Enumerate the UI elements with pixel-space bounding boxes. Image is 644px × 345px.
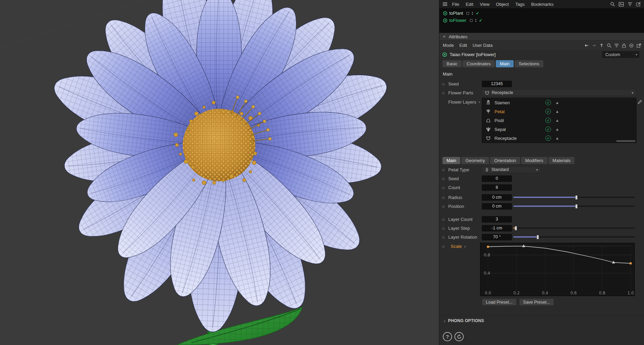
filter-icon[interactable]: [614, 43, 619, 48]
layer-row-petal[interactable]: Petal ✓ ▲: [482, 107, 636, 116]
menu-file[interactable]: File: [452, 2, 459, 7]
layer-rotation-slider[interactable]: [513, 234, 635, 240]
layer-step-field[interactable]: -1 cm: [482, 225, 512, 231]
preset-dropdown[interactable]: Custom ▾: [602, 51, 639, 58]
param-diamond-icon: ◇: [442, 196, 448, 199]
position-slider[interactable]: [513, 203, 635, 209]
subtab-modifiers[interactable]: Modifiers: [521, 157, 548, 164]
help-icon[interactable]: ?: [443, 332, 452, 341]
tab-basic[interactable]: Basic: [442, 60, 462, 67]
tab-main[interactable]: Main: [496, 60, 514, 67]
load-preset-button[interactable]: Load Preset...: [482, 298, 517, 306]
layer-chip-icon[interactable]: [466, 12, 469, 15]
flower-parts-row: ◇ Flower Parts Receptacle ▾: [439, 88, 644, 97]
subtab-main[interactable]: Main: [442, 157, 460, 164]
chevron-down-icon[interactable]: ▾: [634, 52, 639, 57]
layer-enabled-icon[interactable]: ✓: [545, 109, 551, 114]
slider-knob[interactable]: [515, 226, 517, 230]
receptacle-icon: [485, 90, 490, 95]
viewport-3d[interactable]: [0, 0, 439, 345]
pistil-icon: [486, 118, 494, 123]
menu-user-data[interactable]: User Data: [473, 43, 493, 48]
layer-enabled-icon[interactable]: ✓: [545, 135, 551, 141]
scale-label: Scale: [451, 244, 462, 249]
subtab-orientation[interactable]: Orientation: [490, 157, 520, 164]
radius-slider[interactable]: [513, 195, 635, 200]
position-field[interactable]: 0 cm: [482, 203, 512, 210]
edit-icon[interactable]: [637, 99, 642, 104]
param-diamond-icon: ◇: [442, 82, 448, 86]
slider-knob[interactable]: [575, 204, 578, 209]
back-arrow-icon[interactable]: [584, 43, 589, 48]
horizontal-scrollbar[interactable]: [616, 140, 635, 142]
flower-layers-list[interactable]: Stamen ✓ ▲ Petal ✓ ▲ Pistil ✓ ▲: [482, 98, 636, 143]
enabled-check-icon[interactable]: ✓: [476, 11, 479, 16]
seed-field[interactable]: 12345: [482, 81, 512, 87]
slider-knob[interactable]: [537, 235, 539, 239]
layer-count-field[interactable]: 3: [482, 216, 512, 223]
slider-knob[interactable]: [575, 195, 578, 200]
radius-field[interactable]: 0 cm: [482, 194, 512, 201]
layer-row-receptacle[interactable]: Receptacle ✓ ▲: [482, 134, 636, 143]
save-preset-button[interactable]: Save Preset...: [519, 298, 554, 306]
object-row-toplant[interactable]: toPlant ✓: [439, 10, 644, 17]
object-row-toflower[interactable]: toFlower ✓: [439, 17, 644, 24]
flower-parts-dropdown[interactable]: Receptacle ▾: [482, 89, 636, 96]
layer-enabled-icon[interactable]: ✓: [545, 100, 551, 105]
object-name[interactable]: toFlower: [449, 18, 466, 23]
layer-row-sepal[interactable]: Sepal ✓ ▲: [482, 125, 636, 134]
shading-triangle-icon[interactable]: ▲: [555, 118, 559, 122]
layer-enabled-icon[interactable]: ✓: [545, 118, 551, 123]
phong-options-header[interactable]: › PHONG OPTIONS: [439, 315, 644, 323]
object-manager[interactable]: toPlant ✓ toFlower ✓: [439, 8, 644, 33]
filter-icon[interactable]: [628, 2, 632, 6]
shading-triangle-icon[interactable]: ▲: [555, 109, 559, 114]
generator-object-icon: [442, 52, 447, 57]
popout-icon[interactable]: [636, 43, 641, 48]
visibility-dots-icon[interactable]: [475, 19, 476, 22]
hamburger-menu-icon[interactable]: [442, 2, 448, 6]
compose-icon[interactable]: [636, 2, 641, 6]
refresh-icon[interactable]: [454, 332, 464, 341]
chevron-down-icon[interactable]: ▾: [632, 91, 633, 95]
menu-object[interactable]: Object: [496, 2, 509, 7]
subtab-materials[interactable]: Materials: [549, 157, 575, 164]
layer-chip-icon[interactable]: [470, 19, 473, 22]
layer-step-slider[interactable]: [513, 225, 635, 231]
subtab-geometry[interactable]: Geometry: [461, 157, 489, 164]
tab-coordinates[interactable]: Coordinates: [463, 60, 495, 67]
menu-edit[interactable]: Edit: [466, 2, 473, 7]
menu-mode[interactable]: Mode: [443, 43, 454, 48]
chevron-down-icon[interactable]: ▾: [536, 168, 538, 172]
search-icon[interactable]: [607, 43, 611, 48]
stamen-icon: [486, 100, 494, 105]
menu-attr-edit[interactable]: Edit: [460, 43, 467, 48]
object-name[interactable]: toPlant: [449, 11, 463, 16]
lock-icon[interactable]: [622, 43, 626, 48]
scale-curve-editor[interactable]: 0.80.40.00.20.40.60.81.0: [480, 243, 635, 296]
petal-type-dropdown[interactable]: Standard ▾: [482, 166, 541, 173]
chevron-right-icon[interactable]: ›: [464, 244, 466, 249]
search-icon[interactable]: [610, 2, 615, 6]
tab-selections[interactable]: Selections: [515, 60, 543, 67]
layer-row-stamen[interactable]: Stamen ✓ ▲: [482, 98, 636, 107]
menu-view[interactable]: View: [480, 2, 489, 7]
visibility-dots-icon[interactable]: [472, 12, 473, 15]
shading-triangle-icon[interactable]: ▲: [555, 136, 559, 140]
shading-triangle-icon[interactable]: ▲: [555, 101, 559, 105]
menu-tags[interactable]: Tags: [515, 2, 525, 7]
chevron-right-icon[interactable]: ›: [479, 99, 480, 105]
petal-seed-field[interactable]: 0: [482, 175, 512, 182]
close-icon[interactable]: ×: [443, 34, 446, 39]
layer-row-pistil[interactable]: Pistil ✓ ▲: [482, 116, 636, 125]
count-field[interactable]: 8: [482, 184, 512, 191]
forward-arrow-icon[interactable]: [592, 43, 596, 48]
layer-rotation-field[interactable]: 70 °: [482, 234, 512, 240]
menu-bookmarks[interactable]: Bookmarks: [531, 2, 553, 7]
layer-enabled-icon[interactable]: ✓: [545, 127, 551, 132]
up-arrow-icon[interactable]: [599, 43, 604, 48]
focus-icon[interactable]: [629, 43, 634, 48]
image-icon[interactable]: [619, 2, 624, 6]
shading-triangle-icon[interactable]: ▲: [555, 127, 559, 131]
enabled-check-icon[interactable]: ✓: [479, 18, 482, 23]
